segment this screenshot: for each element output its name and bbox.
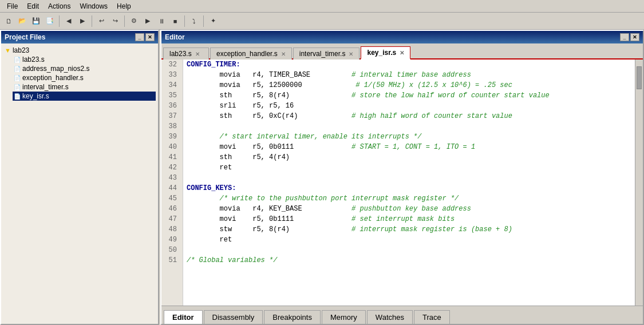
project-panel-title: Project Files bbox=[5, 33, 45, 41]
line-number: 46 bbox=[165, 204, 179, 214]
code-line bbox=[187, 173, 631, 183]
line-number: 47 bbox=[165, 214, 179, 224]
tab-label-key-isr: key_isr.s bbox=[367, 49, 396, 57]
tab-lab23s[interactable]: lab23.s ✕ bbox=[163, 47, 209, 60]
line-numbers: 3233343536373839404142434445464748495051 bbox=[161, 60, 183, 306]
redo-button[interactable]: ↪ bbox=[109, 15, 121, 27]
code-line: CONFIG_KEYS: bbox=[187, 183, 631, 193]
bottom-tab-watches[interactable]: Watches bbox=[367, 310, 413, 324]
run-button[interactable]: ▶ bbox=[141, 15, 154, 27]
bottom-tab-trace[interactable]: Trace bbox=[414, 310, 450, 324]
menu-help[interactable]: Help bbox=[112, 1, 136, 11]
line-number: 43 bbox=[165, 173, 179, 183]
undo-button[interactable]: ↩ bbox=[95, 15, 108, 27]
editor-titlebar-controls: _ ✕ bbox=[620, 33, 639, 41]
tab-exception-handler[interactable]: exception_handler.s ✕ bbox=[210, 47, 292, 60]
line-number: 51 bbox=[165, 255, 179, 265]
code-line: movia r4, KEY_BASE # pushbutton key base… bbox=[187, 204, 631, 214]
sep5 bbox=[203, 15, 204, 27]
editor-panel: Editor _ ✕ lab23.s ✕ exception_handler.s… bbox=[160, 30, 644, 325]
editor-minimize-button[interactable]: _ bbox=[620, 33, 629, 41]
line-number: 35 bbox=[165, 90, 179, 101]
sep1 bbox=[59, 15, 60, 27]
project-panel-close[interactable]: ✕ bbox=[145, 33, 155, 41]
code-line: movi r5, 0b0111 # START = 1, CONT = 1, I… bbox=[187, 142, 631, 152]
tab-close-lab23s[interactable]: ✕ bbox=[195, 51, 200, 57]
file-icon-key-isr: 📄 bbox=[14, 93, 21, 100]
vertical-scrollbar[interactable] bbox=[635, 60, 643, 306]
bottom-tab-breakpoints[interactable]: Breakpoints bbox=[264, 310, 321, 324]
code-editor[interactable]: CONFIG_TIMER: movia r4, TIMER_BASE # int… bbox=[183, 60, 635, 306]
pause-button[interactable]: ⏸ bbox=[155, 15, 168, 27]
editor-close-button[interactable]: ✕ bbox=[630, 33, 639, 41]
save-button[interactable]: 💾 bbox=[30, 15, 42, 27]
project-panel-minimize[interactable]: _ bbox=[135, 33, 144, 41]
tab-label-lab23s: lab23.s bbox=[169, 50, 192, 58]
scrollbar-thumb[interactable] bbox=[637, 66, 642, 89]
folder-expand-icon: ▼ bbox=[5, 47, 11, 54]
line-number: 42 bbox=[165, 162, 179, 173]
tree-root-label: lab23 bbox=[13, 46, 29, 54]
open-file-button[interactable]: 📂 bbox=[16, 15, 29, 27]
main-layout: Project Files _ ✕ ▼ lab23 📄 lab23.s 📄 ad… bbox=[0, 30, 644, 325]
menu-windows[interactable]: Windows bbox=[75, 1, 112, 11]
tab-key-isr[interactable]: key_isr.s ✕ bbox=[361, 46, 410, 60]
project-panel-titlebar: Project Files _ ✕ bbox=[1, 31, 158, 43]
line-number: 33 bbox=[165, 70, 179, 80]
menu-bar: File Edit Actions Windows Help bbox=[0, 0, 644, 13]
line-number: 37 bbox=[165, 111, 179, 121]
tree-item-exception-handler[interactable]: 📄 exception_handler.s bbox=[13, 73, 156, 82]
bottom-tab-disassembly[interactable]: Disassembly bbox=[204, 310, 263, 324]
back-button[interactable]: ◀ bbox=[62, 15, 75, 27]
line-number: 44 bbox=[165, 183, 179, 193]
tree-item-label: exception_handler.s bbox=[22, 74, 84, 82]
code-line: movia r5, 12500000 # 1/(50 MHz) x (12.5 … bbox=[187, 80, 631, 90]
toolbar: 🗋 📂 💾 📑 ◀ ▶ ↩ ↪ ⚙ ▶ ⏸ ■ ⤵ ✦ bbox=[0, 13, 644, 30]
editor-tab-bar: lab23.s ✕ exception_handler.s ✕ interval… bbox=[161, 43, 643, 60]
bottom-tab-memory[interactable]: Memory bbox=[322, 310, 366, 324]
code-container: 3233343536373839404142434445464748495051… bbox=[161, 60, 643, 306]
compile-button[interactable]: ⚙ bbox=[128, 15, 140, 27]
line-number: 38 bbox=[165, 121, 179, 132]
tab-interval-timer[interactable]: interval_timer.s ✕ bbox=[293, 47, 360, 60]
code-line: sth r5, 8(r4) # store the low half word … bbox=[187, 90, 631, 101]
tab-close-key-isr[interactable]: ✕ bbox=[400, 50, 404, 56]
tree-item-interval-timer[interactable]: 📄 interval_timer.s bbox=[13, 82, 156, 92]
menu-actions[interactable]: Actions bbox=[44, 1, 75, 11]
tab-close-interval-timer[interactable]: ✕ bbox=[349, 51, 353, 57]
tree-root-lab23[interactable]: ▼ lab23 bbox=[3, 46, 156, 55]
code-line bbox=[187, 121, 631, 132]
stop-button[interactable]: ■ bbox=[169, 15, 181, 27]
saveall-button[interactable]: 📑 bbox=[44, 15, 56, 27]
forward-button[interactable]: ▶ bbox=[76, 15, 89, 27]
stepover-button[interactable]: ⤵ bbox=[188, 15, 200, 27]
menu-file[interactable]: File bbox=[2, 1, 22, 11]
tree-item-lab23s[interactable]: 📄 lab23.s bbox=[13, 55, 156, 64]
code-line: stw r5, 8(r4) # interrupt mask register … bbox=[187, 224, 631, 235]
code-line bbox=[187, 245, 631, 255]
line-number: 41 bbox=[165, 152, 179, 162]
tree-item-address-map[interactable]: 📄 address_map_nios2.s bbox=[13, 64, 156, 73]
code-line: ret bbox=[187, 162, 631, 173]
editor-titlebar: Editor _ ✕ bbox=[161, 31, 643, 43]
file-icon-interval-timer: 📄 bbox=[14, 84, 21, 90]
line-number: 48 bbox=[165, 224, 179, 235]
file-icon-address-map: 📄 bbox=[14, 66, 21, 72]
code-line: movia r4, TIMER_BASE # interval timer ba… bbox=[187, 70, 631, 80]
menu-edit[interactable]: Edit bbox=[22, 1, 44, 11]
line-number: 45 bbox=[165, 193, 179, 204]
tab-close-exception-handler[interactable]: ✕ bbox=[281, 51, 286, 57]
editor-title: Editor bbox=[165, 33, 185, 41]
bottom-tab-bar: Editor Disassembly Breakpoints Memory Wa… bbox=[161, 306, 643, 324]
code-line: movi r5, 0b1111 # set interrupt mask bit… bbox=[187, 214, 631, 224]
new-file-button[interactable]: 🗋 bbox=[2, 15, 15, 27]
bottom-tab-editor[interactable]: Editor bbox=[164, 310, 203, 324]
tab-label-interval-timer: interval_timer.s bbox=[299, 50, 346, 58]
code-line: sth r5, 0xC(r4) # high half word of coun… bbox=[187, 111, 631, 121]
code-line: /* write to the pushbutton port interrup… bbox=[187, 193, 631, 204]
line-number: 36 bbox=[165, 101, 179, 111]
project-panel: Project Files _ ✕ ▼ lab23 📄 lab23.s 📄 ad… bbox=[0, 30, 159, 325]
settings-button[interactable]: ✦ bbox=[207, 15, 219, 27]
tree-item-key-isr[interactable]: 📄 key_isr.s bbox=[13, 92, 156, 101]
code-line: ret bbox=[187, 235, 631, 245]
